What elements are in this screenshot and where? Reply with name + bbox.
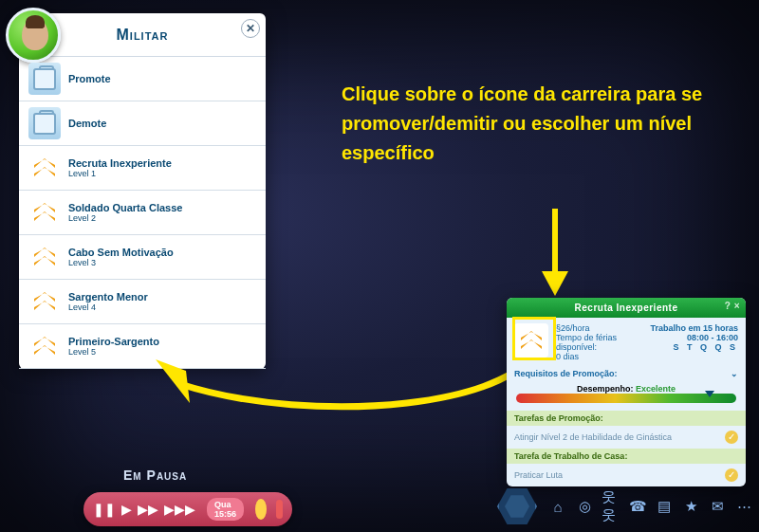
vacation-label: Tempo de férias disponível:	[556, 333, 642, 352]
game-clock[interactable]: Qua 15:56	[207, 498, 244, 521]
info-pay-block: §26/hora Tempo de férias disponível: 0 d…	[556, 323, 642, 361]
relationships-icon[interactable]: 웃웃	[602, 497, 620, 516]
career-item-level: Level 1	[68, 169, 172, 178]
career-info-panel: Recruta Inexperiente ? × §26/hora Tempo …	[507, 298, 746, 486]
career-item-level: Level 4	[68, 303, 148, 312]
career-option-level4[interactable]: Sargento Menor Level 4	[19, 280, 266, 324]
wall-view-icon[interactable]: ⌂	[548, 497, 567, 516]
pause-indicator: Em Pausa	[123, 468, 187, 483]
promo-task-row: Atingir Nível 2 de Habilidade de Ginásti…	[507, 426, 746, 449]
performance-marker-icon	[705, 391, 714, 397]
career-badge-icon[interactable]	[514, 323, 548, 358]
suitcase-icon	[28, 63, 61, 95]
ultra-icon[interactable]: ▶▶▶	[164, 502, 195, 517]
career-panel: Militar ✕ Promote Demote Recruta Inexper…	[19, 13, 266, 369]
career-item-level: Level 5	[68, 347, 159, 357]
arrow-down-icon	[536, 209, 574, 300]
time-control-bar: ❚❚ ▶ ▶▶ ▶▶▶ Qua 15:56	[83, 492, 292, 526]
check-icon	[725, 468, 738, 482]
info-schedule-block: Trabalho em 15 horas 08:00 - 16:00 S T Q…	[650, 323, 738, 361]
career-item-label: Cabo Sem Motivação	[68, 247, 174, 258]
info-title-text: Recruta Inexperiente	[575, 303, 678, 313]
promo-tasks-heading: Tarefas de Promoção:	[507, 411, 746, 426]
career-item-label: Demote	[68, 118, 106, 129]
check-icon	[725, 431, 738, 444]
work-hours: 08:00 - 16:00	[650, 333, 738, 342]
options-icon[interactable]: ⋯	[734, 497, 753, 516]
close-icon[interactable]: ✕	[241, 19, 260, 38]
performance-value: Excelente	[636, 384, 676, 394]
career-option-level5[interactable]: Primeiro-Sargento Level 5	[19, 324, 266, 369]
career-item-label: Promote	[68, 73, 111, 84]
thermometer-icon[interactable]	[276, 500, 283, 519]
performance-bar	[516, 394, 736, 403]
performance-block: Desempenho: Excelente	[507, 380, 746, 411]
annotation-text: Clique sobre o ícone da carreira para se…	[342, 80, 712, 168]
phone-icon[interactable]: ☎	[628, 497, 647, 516]
notification-wall-icon[interactable]: ▤	[655, 497, 674, 516]
play-icon[interactable]: ▶	[121, 502, 132, 517]
rank-chevron-icon	[28, 330, 61, 362]
home-task-row: Praticar Luta	[507, 464, 746, 486]
requirements-heading: Requisitos de Promoção:	[514, 369, 618, 378]
chat-icon[interactable]: ✉	[708, 497, 727, 516]
info-panel-title: Recruta Inexperiente ? ×	[507, 298, 746, 318]
achievements-icon[interactable]: ★	[681, 497, 700, 516]
home-task-text: Praticar Luta	[514, 470, 563, 480]
career-item-label: Sargento Menor	[68, 291, 148, 303]
career-option-level2[interactable]: Soldado Quarta Classe Level 2	[19, 191, 266, 235]
weather-icon[interactable]	[255, 499, 267, 520]
career-item-label: Recruta Inexperiente	[68, 157, 172, 169]
rank-chevron-icon	[28, 196, 61, 229]
pause-icon[interactable]: ❚❚	[93, 502, 116, 517]
performance-label: Desempenho:	[577, 384, 634, 394]
rank-chevron-icon	[28, 285, 61, 318]
chevron-down-icon[interactable]: ⌄	[731, 369, 738, 378]
bottom-right-tray: ⌂ ◎ 웃웃 ☎ ▤ ★ ✉ ⋯	[497, 486, 753, 526]
vacation-days: 0 dias	[556, 352, 642, 361]
career-item-label: Primeiro-Sargento	[68, 336, 159, 347]
career-item-level: Level 2	[68, 213, 182, 223]
rank-chevron-icon	[28, 241, 61, 273]
career-panel-header: Militar ✕	[19, 13, 266, 57]
career-option-level1[interactable]: Recruta Inexperiente Level 1	[19, 146, 266, 191]
help-close-icons[interactable]: ? ×	[725, 301, 740, 311]
suitcase-icon	[28, 107, 61, 139]
career-option-demote[interactable]: Demote	[19, 101, 266, 146]
sim-avatar[interactable]	[6, 8, 61, 63]
work-days: S T Q Q S	[650, 342, 738, 352]
camera-icon[interactable]: ◎	[575, 497, 594, 516]
career-option-level3[interactable]: Cabo Sem Motivação Level 3	[19, 235, 266, 280]
pay-rate: §26/hora	[556, 323, 642, 333]
career-item-label: Soldado Quarta Classe	[68, 202, 182, 213]
home-task-heading: Tarefa de Trabalho de Casa:	[507, 449, 746, 464]
career-item-level: Level 3	[68, 258, 174, 267]
svg-marker-1	[542, 271, 568, 296]
work-countdown: Trabalho em 15 horas	[650, 323, 738, 333]
rank-chevron-icon	[28, 152, 61, 184]
fast-icon[interactable]: ▶▶	[138, 502, 158, 517]
career-option-promote[interactable]: Promote	[19, 57, 266, 101]
promo-task-text: Atingir Nível 2 de Habilidade de Ginásti…	[514, 432, 672, 442]
plumbob-panel-icon[interactable]	[497, 486, 537, 526]
career-list: Promote Demote Recruta Inexperiente Leve…	[19, 57, 266, 369]
